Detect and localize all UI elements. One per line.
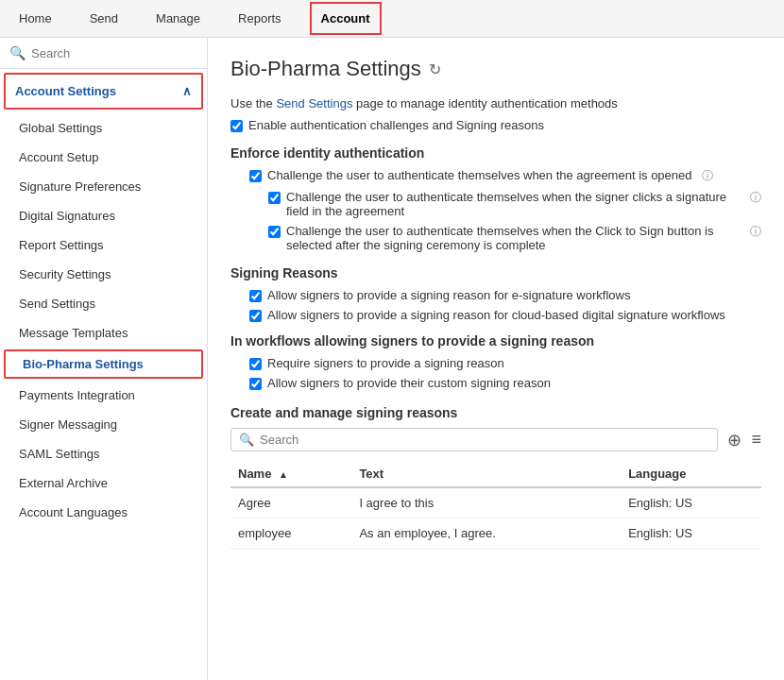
help-icon-1[interactable]: ⓘ	[702, 168, 713, 184]
sidebar-item-global-settings[interactable]: Global Settings	[0, 113, 207, 143]
sidebar-item-signature-preferences[interactable]: Signature Preferences	[0, 172, 207, 201]
table-search-wrapper[interactable]: 🔍	[230, 428, 718, 451]
sidebar: 🔍 Account Settings ∧ Global Settings Acc…	[0, 38, 208, 680]
sidebar-item-message-templates[interactable]: Message Templates	[0, 318, 207, 348]
table-header: Name ▲ Text Language	[230, 461, 761, 487]
nav-manage[interactable]: Manage	[146, 4, 210, 33]
challenge-item-3: Challenge the user to authenticate thems…	[249, 224, 761, 252]
table-search-input[interactable]	[260, 433, 709, 447]
chevron-up-icon: ∧	[182, 84, 192, 98]
refresh-icon[interactable]: ↻	[429, 60, 441, 78]
challenge-items: Challenge the user to authenticate thems…	[230, 168, 761, 252]
signing-reason-2: Allow signers to provide a signing reaso…	[249, 308, 761, 322]
signing-reason-label-1: Allow signers to provide a signing reaso…	[267, 288, 630, 302]
sidebar-item-report-settings[interactable]: Report Settings	[0, 230, 207, 260]
sort-asc-icon: ▲	[279, 469, 288, 480]
sidebar-item-signer-messaging[interactable]: Signer Messaging	[0, 410, 207, 439]
in-workflows-label-2: Allow signers to provide their custom si…	[267, 376, 551, 390]
page-title: Bio-Pharma Settings	[230, 57, 421, 81]
enforce-identity-heading: Enforce identity authentication	[230, 145, 761, 161]
challenge-item-2: Challenge the user to authenticate thems…	[249, 190, 761, 218]
challenge-item-1: Challenge the user to authenticate thems…	[249, 168, 761, 184]
enable-auth-row: Enable authentication challenges and Sig…	[230, 118, 761, 132]
intro-text: Use the Send Settings page to manage ide…	[230, 96, 761, 110]
table-row: employee As an employee, I agree. Englis…	[230, 518, 761, 549]
col-language[interactable]: Language	[621, 461, 761, 487]
create-manage-section: Create and manage signing reasons 🔍 ⊕ ≡	[230, 405, 761, 549]
account-settings-header[interactable]: Account Settings ∧	[4, 73, 203, 110]
col-text[interactable]: Text	[351, 461, 621, 487]
challenge-checkbox-2[interactable]	[268, 192, 281, 204]
in-workflows-checkbox-2[interactable]	[249, 378, 262, 390]
table-search-icon: 🔍	[239, 433, 254, 447]
help-icon-2[interactable]: ⓘ	[750, 190, 761, 206]
sidebar-search-input[interactable]	[31, 46, 197, 60]
row-1-name: Agree	[230, 487, 351, 518]
content-area: Bio-Pharma Settings ↻ Use the Send Setti…	[208, 38, 784, 680]
nav-reports[interactable]: Reports	[229, 4, 291, 33]
nav-send[interactable]: Send	[80, 4, 128, 33]
in-workflows-items: Require signers to provide a signing rea…	[230, 356, 761, 390]
enable-auth-label: Enable authentication challenges and Sig…	[248, 118, 544, 132]
sidebar-search-box[interactable]: 🔍	[0, 38, 207, 69]
challenge-label-2: Challenge the user to authenticate thems…	[286, 190, 741, 218]
row-1-language: English: US	[621, 487, 761, 518]
table-action-icons: ⊕ ≡	[727, 430, 761, 450]
row-2-text: As an employee, I agree.	[351, 518, 621, 549]
add-signing-reason-button[interactable]: ⊕	[727, 430, 741, 450]
signing-reason-1: Allow signers to provide a signing reaso…	[249, 288, 761, 302]
sidebar-item-saml-settings[interactable]: SAML Settings	[0, 439, 207, 468]
menu-icon[interactable]: ≡	[751, 430, 761, 450]
in-workflows-item-1: Require signers to provide a signing rea…	[249, 356, 761, 370]
in-workflows-checkbox-1[interactable]	[249, 358, 262, 370]
col-name[interactable]: Name ▲	[230, 461, 351, 487]
account-settings-label: Account Settings	[15, 84, 116, 98]
signing-reason-checkbox-2[interactable]	[249, 310, 262, 322]
signing-reason-items: Allow signers to provide a signing reaso…	[230, 288, 761, 322]
challenge-label-3: Challenge the user to authenticate thems…	[286, 224, 741, 252]
page-title-row: Bio-Pharma Settings ↻	[230, 57, 761, 81]
top-nav: Home Send Manage Reports Account	[0, 0, 784, 38]
in-workflows-label-1: Require signers to provide a signing rea…	[267, 356, 504, 370]
sidebar-item-digital-signatures[interactable]: Digital Signatures	[0, 201, 207, 230]
row-2-name: employee	[230, 518, 351, 549]
main-layout: 🔍 Account Settings ∧ Global Settings Acc…	[0, 38, 784, 680]
create-manage-title: Create and manage signing reasons	[230, 405, 761, 420]
sidebar-item-security-settings[interactable]: Security Settings	[0, 260, 207, 289]
help-icon-3[interactable]: ⓘ	[750, 224, 761, 240]
challenge-label-1: Challenge the user to authenticate thems…	[267, 168, 692, 182]
challenge-checkbox-1[interactable]	[249, 170, 262, 182]
table-body: Agree I agree to this English: US employ…	[230, 487, 761, 549]
enable-auth-checkbox[interactable]	[230, 120, 243, 132]
sidebar-item-bio-pharma-settings[interactable]: Bio-Pharma Settings	[4, 349, 203, 379]
sidebar-item-send-settings[interactable]: Send Settings	[0, 289, 207, 318]
signing-reason-checkbox-1[interactable]	[249, 290, 262, 302]
row-1-text: I agree to this	[351, 487, 621, 518]
search-icon: 🔍	[9, 45, 26, 60]
sidebar-item-account-languages[interactable]: Account Languages	[0, 498, 207, 527]
sidebar-item-external-archive[interactable]: External Archive	[0, 468, 207, 498]
table-actions-row: 🔍 ⊕ ≡	[230, 428, 761, 451]
signing-reasons-table: Name ▲ Text Language Agree I agree to th…	[230, 461, 761, 549]
nav-account[interactable]: Account	[310, 2, 382, 35]
table-row: Agree I agree to this English: US	[230, 487, 761, 518]
in-workflows-item-2: Allow signers to provide their custom si…	[249, 376, 761, 390]
nav-home[interactable]: Home	[9, 4, 61, 33]
sidebar-item-payments-integration[interactable]: Payments Integration	[0, 381, 207, 410]
in-workflows-heading: In workflows allowing signers to provide…	[230, 333, 761, 348]
sidebar-item-account-setup[interactable]: Account Setup	[0, 143, 207, 172]
challenge-checkbox-3[interactable]	[268, 226, 281, 238]
send-settings-link[interactable]: Send Settings	[276, 96, 352, 110]
signing-reason-label-2: Allow signers to provide a signing reaso…	[267, 308, 725, 322]
signing-reasons-heading: Signing Reasons	[230, 265, 761, 280]
row-2-language: English: US	[621, 518, 761, 549]
